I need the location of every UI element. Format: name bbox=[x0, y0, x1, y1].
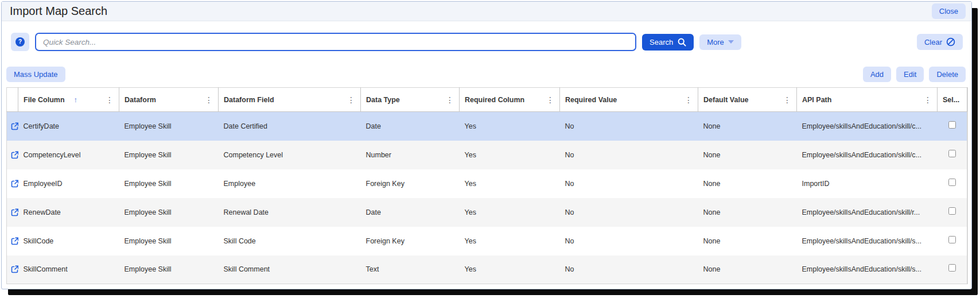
column-menu-icon[interactable]: ⋮ bbox=[205, 96, 213, 104]
cell-dataform: Employee Skill bbox=[119, 227, 219, 255]
mass-update-button[interactable]: Mass Update bbox=[6, 67, 65, 82]
cell-select bbox=[938, 198, 967, 227]
cell-required-column: Yes bbox=[460, 255, 560, 284]
column-header-default-value[interactable]: Default Value ⋮ bbox=[698, 88, 797, 112]
external-link-icon[interactable] bbox=[7, 112, 18, 141]
external-link-icon[interactable] bbox=[7, 198, 18, 227]
cell-api-path: Employee/skillsAndEducation/skill/s... bbox=[797, 255, 938, 284]
cell-data-type: Text bbox=[361, 255, 460, 284]
cell-required-value: No bbox=[560, 169, 698, 198]
cell-api-path: Employee/skillsAndEducation/skill/c... bbox=[797, 112, 938, 141]
column-menu-icon[interactable]: ⋮ bbox=[347, 96, 355, 104]
column-label: Required Column bbox=[465, 96, 524, 104]
row-select-checkbox[interactable] bbox=[948, 236, 956, 243]
edit-button[interactable]: Edit bbox=[896, 67, 924, 82]
column-header-required-value[interactable]: Required Value ⋮ bbox=[560, 88, 698, 112]
cell-required-column: Yes bbox=[460, 227, 560, 255]
cell-required-column: Yes bbox=[460, 198, 560, 227]
column-header-dataform[interactable]: Dataform ⋮ bbox=[119, 88, 219, 112]
column-menu-icon[interactable]: ⋮ bbox=[924, 96, 932, 104]
column-menu-icon[interactable]: ⋮ bbox=[546, 96, 554, 104]
cell-file-column: CertifyDate bbox=[18, 112, 119, 141]
column-header-file-column[interactable]: File Column↑ ⋮ bbox=[18, 88, 119, 112]
cell-data-type: Foreign Key bbox=[361, 227, 460, 255]
cell-dataform: Employee Skill bbox=[119, 112, 219, 141]
header-row: File Column↑ ⋮ Dataform ⋮ Dataform Field… bbox=[7, 88, 967, 112]
table-scrollbar-track[interactable] bbox=[967, 87, 968, 284]
column-label: Sel... bbox=[943, 96, 959, 104]
quick-search-input[interactable] bbox=[35, 33, 636, 51]
cell-required-value: No bbox=[560, 227, 698, 255]
row-select-checkbox[interactable] bbox=[948, 264, 956, 272]
column-menu-icon[interactable]: ⋮ bbox=[446, 96, 454, 104]
cell-file-column: CompetencyLevel bbox=[18, 141, 119, 169]
results-table: File Column↑ ⋮ Dataform ⋮ Dataform Field… bbox=[6, 87, 967, 284]
cell-dataform: Employee Skill bbox=[119, 255, 219, 284]
clear-button[interactable]: Clear bbox=[917, 34, 963, 50]
cell-dataform-field: Renewal Date bbox=[219, 198, 361, 227]
close-button[interactable]: Close bbox=[932, 3, 966, 19]
cell-default-value: None bbox=[698, 169, 797, 198]
column-menu-icon[interactable]: ⋮ bbox=[106, 96, 114, 104]
question-icon: ? bbox=[15, 37, 25, 47]
action-row: Mass Update Add Edit Delete bbox=[6, 67, 966, 82]
table-row[interactable]: CompetencyLevelEmployee SkillCompetency … bbox=[7, 141, 967, 169]
column-menu-icon[interactable]: ⋮ bbox=[685, 96, 693, 104]
cell-select bbox=[938, 112, 967, 141]
table-row[interactable]: EmployeeIDEmployee SkillEmployeeForeign … bbox=[7, 169, 967, 198]
cell-required-value: No bbox=[560, 141, 698, 169]
cell-dataform: Employee Skill bbox=[119, 141, 219, 169]
external-link-icon[interactable] bbox=[7, 141, 18, 169]
external-link-icon[interactable] bbox=[7, 169, 18, 198]
cell-select bbox=[938, 255, 967, 284]
cell-api-path: Employee/skillsAndEducation/skill/s... bbox=[797, 227, 938, 255]
cell-default-value: None bbox=[698, 198, 797, 227]
cell-select bbox=[938, 227, 967, 255]
cell-dataform: Employee Skill bbox=[119, 198, 219, 227]
cell-required-column: Yes bbox=[460, 141, 560, 169]
column-header-api-path[interactable]: API Path ⋮ bbox=[797, 88, 938, 112]
column-label: Default Value bbox=[703, 96, 749, 104]
table-row[interactable]: RenewDateEmployee SkillRenewal DateDateY… bbox=[7, 198, 967, 227]
table-row[interactable]: CertifyDateEmployee SkillDate CertifiedD… bbox=[7, 112, 967, 141]
cell-api-path: ImportID bbox=[797, 169, 938, 198]
delete-button[interactable]: Delete bbox=[929, 67, 966, 82]
search-button[interactable]: Search bbox=[642, 34, 694, 51]
sort-ascending-icon[interactable]: ↑ bbox=[74, 95, 78, 104]
add-button[interactable]: Add bbox=[863, 67, 891, 82]
column-label: File Column bbox=[24, 96, 65, 104]
cell-default-value: None bbox=[698, 227, 797, 255]
search-icon bbox=[678, 38, 686, 47]
row-select-checkbox[interactable] bbox=[948, 179, 956, 186]
row-select-checkbox[interactable] bbox=[948, 150, 956, 157]
column-label: Data Type bbox=[366, 96, 400, 104]
cell-dataform-field: Competency Level bbox=[219, 141, 361, 169]
cell-required-value: No bbox=[560, 255, 698, 284]
column-menu-icon[interactable]: ⋮ bbox=[783, 96, 791, 104]
help-button[interactable]: ? bbox=[11, 33, 29, 51]
more-button[interactable]: More bbox=[699, 34, 741, 50]
cell-api-path: Employee/skillsAndEducation/skill/c... bbox=[797, 141, 938, 169]
external-link-icon[interactable] bbox=[7, 227, 18, 255]
more-button-label: More bbox=[707, 38, 724, 47]
table-row[interactable]: SkillCodeEmployee SkillSkill CodeForeign… bbox=[7, 227, 967, 255]
cell-required-value: No bbox=[560, 198, 698, 227]
cell-file-column: SkillCode bbox=[18, 227, 119, 255]
row-select-checkbox[interactable] bbox=[948, 207, 956, 215]
column-header-dataform-field[interactable]: Dataform Field ⋮ bbox=[219, 88, 361, 112]
row-select-checkbox[interactable] bbox=[948, 121, 956, 129]
column-header-data-type[interactable]: Data Type ⋮ bbox=[361, 88, 460, 112]
chevron-down-icon bbox=[728, 40, 734, 44]
column-label: Required Value bbox=[565, 96, 617, 104]
column-header-select[interactable]: Sel... bbox=[938, 88, 967, 112]
column-header-required-column[interactable]: Required Column ⋮ bbox=[460, 88, 560, 112]
cell-api-path: Employee/skillsAndEducation/skill/r... bbox=[797, 198, 938, 227]
external-link-icon[interactable] bbox=[7, 255, 18, 284]
cell-select bbox=[938, 141, 967, 169]
cell-data-type: Date bbox=[361, 112, 460, 141]
cell-data-type: Date bbox=[361, 198, 460, 227]
cell-select bbox=[938, 169, 967, 198]
table-row[interactable]: SkillCommentEmployee SkillSkill CommentT… bbox=[7, 255, 967, 284]
cell-dataform-field: Employee bbox=[219, 169, 361, 198]
column-label: Dataform Field bbox=[224, 96, 274, 104]
